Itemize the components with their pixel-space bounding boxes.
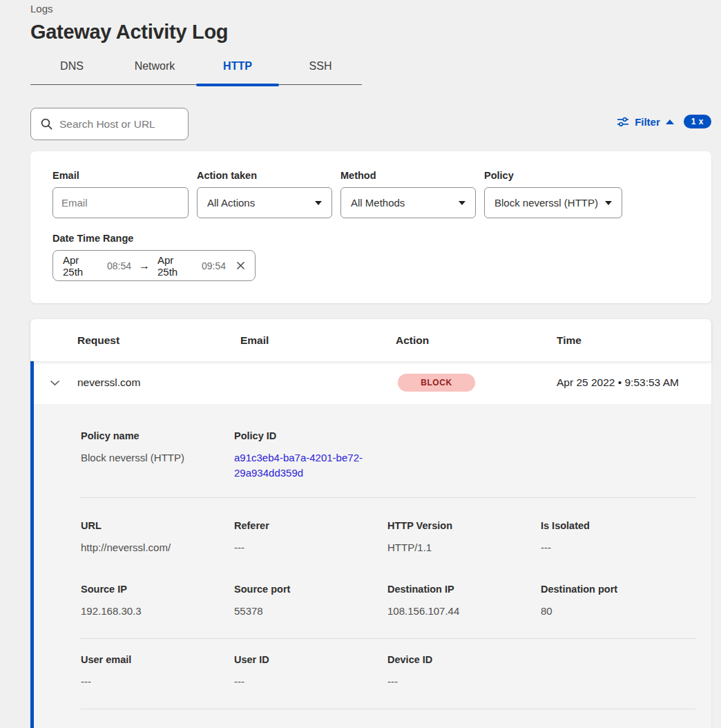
clear-date-range-button[interactable] — [236, 261, 245, 270]
chevron-down-icon — [459, 201, 465, 205]
tab-ssh[interactable]: SSH — [279, 60, 362, 84]
tab-http[interactable]: HTTP — [196, 60, 279, 84]
method-label: Method — [340, 170, 476, 181]
method-select[interactable]: All Methods — [340, 187, 476, 218]
user-id-label: User ID — [234, 654, 387, 665]
action-taken-field: Action taken All Actions — [197, 170, 332, 218]
request-details-section: URL http://neverssl.com/ Referer --- HTT… — [81, 498, 695, 639]
http-version-field: HTTP Version HTTP/1.1 — [387, 520, 541, 555]
policy-section: Policy name Block neverssl (HTTP) Policy… — [81, 404, 695, 497]
table-header-row: Request Email Action Time — [30, 319, 711, 361]
source-port-value: 55378 — [234, 604, 387, 619]
filter-fields-row: Email Action taken All Actions Method Al… — [52, 170, 689, 218]
row-action: BLOCK — [396, 374, 557, 392]
user-email-value: --- — [81, 674, 234, 689]
destination-ip-field: Destination IP 108.156.107.44 — [387, 584, 541, 619]
method-field: Method All Methods — [340, 170, 476, 218]
chevron-up-icon — [666, 119, 674, 124]
action-taken-select[interactable]: All Actions — [197, 187, 332, 218]
policy-id-field: Policy ID a91c3eb4-ba7a-4201-be72-29a934… — [234, 430, 387, 481]
destination-ip-value: 108.156.107.44 — [387, 604, 541, 619]
column-header-email: Email — [240, 334, 396, 347]
destination-port-value: 80 — [541, 604, 695, 619]
policy-select[interactable]: Block neverssl (HTTP) — [484, 187, 622, 218]
action-taken-value: All Actions — [207, 197, 255, 209]
user-email-field: User email --- — [81, 654, 234, 689]
url-field: URL http://neverssl.com/ — [81, 520, 234, 555]
search-box — [30, 108, 189, 140]
column-header-time: Time — [557, 334, 711, 347]
destination-port-field: Destination port 80 — [541, 584, 695, 619]
referer-field: Referer --- — [234, 520, 387, 555]
source-ip-field: Source IP 192.168.30.3 — [81, 584, 234, 619]
user-details-section: User email --- User ID --- Device ID --- — [81, 639, 695, 709]
table-row[interactable]: neverssl.com BLOCK Apr 25 2022 • 9:53:53… — [34, 361, 711, 404]
source-ip-label: Source IP — [81, 584, 234, 595]
date-time-range-field: Date Time Range Apr 25th 08:54 → Apr 25t… — [52, 233, 689, 281]
user-email-label: User email — [81, 654, 234, 665]
policy-name-field: Policy name Block neverssl (HTTP) — [81, 430, 234, 481]
policy-id-link[interactable]: a91c3eb4-ba7a-4201-be72-29a934dd359d — [234, 450, 369, 481]
tab-network[interactable]: Network — [113, 60, 196, 84]
row-details-panel: Policy name Block neverssl (HTTP) Policy… — [34, 404, 711, 728]
activity-log-table: Request Email Action Time neverssl.com B… — [30, 319, 711, 728]
tab-bar: DNS Network HTTP SSH — [30, 60, 362, 85]
filter-count-badge[interactable]: 1 x — [684, 115, 711, 128]
is-isolated-value: --- — [541, 540, 695, 555]
search-icon — [41, 118, 52, 130]
filter-panel: Email Action taken All Actions Method Al… — [30, 151, 711, 303]
page-title: Gateway Activity Log — [30, 21, 711, 44]
status-badge-block: BLOCK — [398, 374, 475, 392]
column-header-request: Request — [77, 334, 240, 347]
radar-link-row: View domain details in Radar → — [81, 709, 695, 728]
source-port-field: Source port 55378 — [234, 584, 387, 619]
expanded-row-container: neverssl.com BLOCK Apr 25 2022 • 9:53:53… — [30, 361, 711, 728]
breadcrumb[interactable]: Logs — [30, 0, 711, 15]
arrow-right-icon: → — [139, 260, 150, 272]
page: Logs Gateway Activity Log DNS Network HT… — [30, 0, 711, 728]
tab-dns[interactable]: DNS — [30, 60, 113, 84]
url-value: http://neverssl.com/ — [81, 540, 234, 555]
end-time: 09:54 — [202, 260, 226, 271]
url-label: URL — [81, 520, 234, 531]
policy-label: Policy — [484, 170, 622, 181]
user-id-field: User ID --- — [234, 654, 387, 689]
policy-name-value: Block neverssl (HTTP) — [81, 450, 234, 466]
policy-id-label: Policy ID — [234, 430, 387, 441]
start-date: Apr 25th — [63, 254, 99, 278]
referer-value: --- — [234, 540, 387, 555]
date-time-range-label: Date Time Range — [52, 233, 689, 244]
start-time: 08:54 — [107, 260, 131, 271]
device-id-label: Device ID — [387, 654, 541, 665]
search-filter-row: Filter 1 x — [30, 108, 711, 141]
column-header-action: Action — [396, 334, 557, 347]
user-id-value: --- — [234, 674, 387, 689]
http-version-value: HTTP/1.1 — [387, 540, 541, 555]
filter-toggle[interactable]: Filter 1 x — [617, 115, 711, 128]
http-version-label: HTTP Version — [387, 520, 541, 531]
close-icon — [236, 261, 245, 270]
row-time: Apr 25 2022 • 9:53:53 AM — [557, 376, 711, 389]
policy-field: Policy Block neverssl (HTTP) — [484, 170, 622, 218]
action-taken-label: Action taken — [197, 170, 332, 181]
destination-port-label: Destination port — [541, 584, 695, 595]
is-isolated-label: Is Isolated — [541, 520, 695, 531]
device-id-field: Device ID --- — [387, 654, 541, 689]
destination-ip-label: Destination IP — [387, 584, 541, 595]
source-port-label: Source port — [234, 584, 387, 595]
policy-name-label: Policy name — [81, 430, 234, 441]
chevron-down-icon — [50, 380, 60, 386]
email-filter-input[interactable] — [52, 187, 189, 218]
email-filter-label: Email — [52, 170, 189, 181]
date-range-picker[interactable]: Apr 25th 08:54 → Apr 25th 09:54 — [52, 250, 256, 281]
filter-label: Filter — [635, 116, 660, 128]
device-id-value: --- — [387, 674, 541, 689]
row-request: neverssl.com — [77, 376, 240, 389]
search-input[interactable] — [59, 118, 181, 131]
row-expand-button[interactable] — [34, 380, 77, 386]
chevron-down-icon — [605, 201, 612, 205]
policy-value: Block neverssl (HTTP) — [494, 197, 598, 209]
filter-sliders-icon — [617, 116, 629, 128]
method-value: All Methods — [351, 197, 405, 209]
source-ip-value: 192.168.30.3 — [81, 604, 234, 619]
